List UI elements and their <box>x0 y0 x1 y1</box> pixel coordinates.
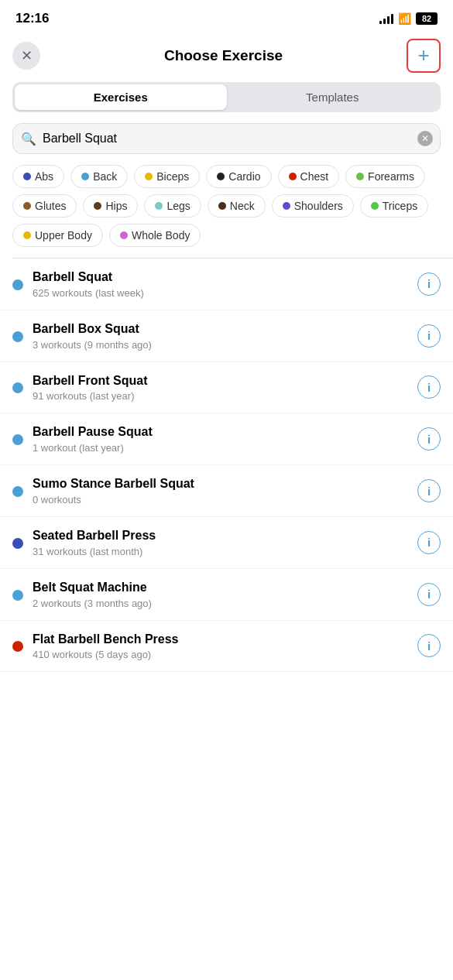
exercise-dot <box>12 486 23 497</box>
tag-dot <box>155 202 163 210</box>
exercise-info-button[interactable]: i <box>417 634 441 657</box>
exercise-sub: 31 workouts (last month) <box>33 546 417 557</box>
exercise-info-button[interactable]: i <box>417 427 441 451</box>
exercise-name: Barbell Pause Squat <box>33 424 417 440</box>
tag-cardio[interactable]: Cardio <box>206 165 271 188</box>
exercise-item[interactable]: Barbell Pause Squat 1 workout (last year… <box>0 413 453 465</box>
exercise-info-button[interactable]: i <box>417 375 441 399</box>
status-icons: 📶 82 <box>379 12 438 25</box>
tag-abs[interactable]: Abs <box>12 165 64 188</box>
muscle-tags: AbsBackBicepsCardioChestForearmsGlutesHi… <box>0 165 453 258</box>
exercise-info: Sumo Stance Barbell Squat 0 workouts <box>33 476 417 505</box>
tag-label: Glutes <box>35 200 66 212</box>
exercise-info: Barbell Squat 625 workouts (last week) <box>33 269 417 299</box>
tag-chest[interactable]: Chest <box>278 165 340 188</box>
exercise-item[interactable]: Barbell Squat 625 workouts (last week) i <box>0 259 453 310</box>
add-exercise-button[interactable]: + <box>407 39 441 73</box>
tab-templates[interactable]: Templates <box>227 84 439 110</box>
exercise-sub: 91 workouts (last year) <box>33 390 417 402</box>
info-icon: i <box>427 485 431 498</box>
exercise-info: Flat Barbell Bench Press 410 workouts (5… <box>33 632 417 661</box>
search-icon: 🔍 <box>21 132 36 146</box>
exercise-name: Barbell Squat <box>33 269 417 286</box>
tag-back[interactable]: Back <box>70 165 128 188</box>
exercise-sub: 410 workouts (5 days ago) <box>33 649 417 660</box>
tag-label: Triceps <box>383 200 417 212</box>
tab-bar: Exercises Templates <box>12 82 441 112</box>
tag-label: Neck <box>230 200 255 212</box>
exercise-dot <box>12 434 23 445</box>
exercise-name: Barbell Box Squat <box>33 321 417 338</box>
tag-label: Biceps <box>156 170 189 183</box>
exercise-item[interactable]: Barbell Box Squat 3 workouts (9 months a… <box>0 310 453 362</box>
tag-dot <box>356 173 364 180</box>
info-icon: i <box>427 588 431 601</box>
tag-dot <box>23 202 31 210</box>
signal-icon <box>379 13 393 24</box>
tag-dot <box>23 231 31 239</box>
tag-shoulders[interactable]: Shoulders <box>272 194 354 218</box>
exercise-dot <box>12 538 23 549</box>
exercise-info: Barbell Box Squat 3 workouts (9 months a… <box>33 321 417 351</box>
tag-dot <box>94 202 101 210</box>
tag-label: Whole Body <box>132 229 190 242</box>
tag-label: Chest <box>300 170 329 183</box>
info-icon: i <box>427 433 431 446</box>
tab-exercises[interactable]: Exercises <box>15 84 227 110</box>
exercise-name: Sumo Stance Barbell Squat <box>33 476 417 492</box>
close-icon: ✕ <box>21 49 33 63</box>
exercise-dot <box>12 382 23 393</box>
tag-label: Upper Body <box>35 229 92 242</box>
exercise-info-button[interactable]: i <box>417 531 441 554</box>
tag-glutes[interactable]: Glutes <box>12 194 77 218</box>
search-input[interactable] <box>12 123 441 154</box>
search-container: 🔍 ✕ <box>12 123 441 154</box>
clear-icon: ✕ <box>421 133 429 144</box>
close-button[interactable]: ✕ <box>12 42 40 70</box>
exercise-dot <box>12 279 23 290</box>
tag-legs[interactable]: Legs <box>144 194 201 218</box>
tag-dot <box>81 173 89 180</box>
battery-indicator: 82 <box>416 12 438 25</box>
tag-biceps[interactable]: Biceps <box>134 165 200 188</box>
tag-label: Abs <box>35 170 53 183</box>
exercise-info: Seated Barbell Press 31 workouts (last m… <box>33 528 417 557</box>
exercise-info-button[interactable]: i <box>417 324 441 348</box>
exercise-item[interactable]: Seated Barbell Press 31 workouts (last m… <box>0 517 453 569</box>
exercise-info-button[interactable]: i <box>417 272 441 296</box>
exercise-item[interactable]: Belt Squat Machine 2 workouts (3 months … <box>0 569 453 621</box>
status-bar: 12:16 📶 82 <box>0 0 453 33</box>
exercise-dot <box>12 331 23 342</box>
tag-whole-body[interactable]: Whole Body <box>109 224 201 247</box>
tag-label: Cardio <box>228 170 260 183</box>
exercise-item[interactable]: Barbell Front Squat 91 workouts (last ye… <box>0 362 453 414</box>
exercise-dot <box>12 590 23 601</box>
tag-label: Legs <box>166 200 190 212</box>
exercise-name: Flat Barbell Bench Press <box>33 632 417 648</box>
info-icon: i <box>427 277 431 290</box>
search-clear-button[interactable]: ✕ <box>417 131 433 146</box>
tag-upper-body[interactable]: Upper Body <box>12 224 103 247</box>
tag-neck[interactable]: Neck <box>208 194 266 218</box>
plus-icon: + <box>417 45 429 65</box>
tag-label: Back <box>93 170 117 183</box>
tag-dot <box>289 173 297 180</box>
tag-forearms[interactable]: Forearms <box>345 165 425 188</box>
exercise-info: Barbell Front Squat 91 workouts (last ye… <box>33 373 417 403</box>
exercise-item[interactable]: Flat Barbell Bench Press 410 workouts (5… <box>0 621 453 673</box>
tag-dot <box>218 202 226 210</box>
exercise-sub: 0 workouts <box>33 494 417 505</box>
exercise-name: Seated Barbell Press <box>33 528 417 544</box>
exercise-item[interactable]: Sumo Stance Barbell Squat 0 workouts i <box>0 465 453 517</box>
info-icon: i <box>427 381 431 394</box>
tag-label: Shoulders <box>294 200 343 212</box>
exercise-name: Barbell Front Squat <box>33 373 417 389</box>
exercise-info-button[interactable]: i <box>417 479 441 502</box>
tag-dot <box>217 173 225 180</box>
tag-hips[interactable]: Hips <box>83 194 138 218</box>
tag-triceps[interactable]: Triceps <box>360 194 428 218</box>
tag-dot <box>145 173 153 180</box>
exercise-list: Barbell Squat 625 workouts (last week) i… <box>0 259 453 672</box>
wifi-icon: 📶 <box>398 12 411 25</box>
exercise-info-button[interactable]: i <box>417 583 441 606</box>
